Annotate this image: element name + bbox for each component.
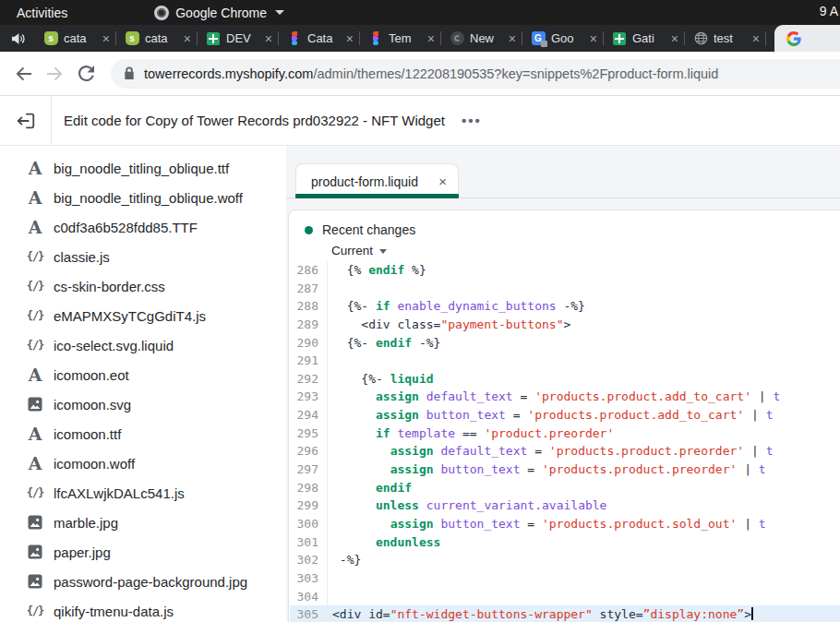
dark-circle-favicon (450, 31, 464, 45)
close-tab-icon[interactable]: × (346, 32, 354, 45)
file-item[interactable]: {/}qikify-tmenu-data.js (0, 596, 260, 622)
browser-tab-tem[interactable]: Tem× (360, 25, 441, 52)
page-header: Edit code for Copy of Tower Records prd0… (0, 96, 840, 146)
code-line-299[interactable]: 299 unless current_variant.available (290, 496, 840, 515)
text-cursor (751, 607, 753, 620)
code-line-303[interactable]: 303 (290, 569, 840, 588)
close-tab-icon[interactable]: × (427, 32, 435, 45)
file-name: eMAPMXSyTCgGdiT4.js (54, 308, 206, 324)
code-line-content: {%- endif -%} (328, 334, 440, 353)
code-line-290[interactable]: 290 {%- endif -%} (290, 334, 840, 353)
code-line-301[interactable]: 301 endunless (290, 533, 840, 552)
file-name: lfcAXLwjkDALc541.js (54, 485, 185, 501)
code-line-291[interactable]: 291 (290, 352, 840, 370)
browser-tab-cata[interactable]: Cata× (279, 25, 360, 52)
exit-code-editor-button[interactable] (0, 96, 52, 146)
close-tab-icon[interactable]: × (590, 32, 597, 45)
code-line-293[interactable]: 293 assign default_text = 'products.prod… (290, 388, 840, 406)
more-actions-button[interactable]: ••• (462, 113, 482, 128)
line-number: 298 (290, 479, 328, 497)
browser-tab-goo[interactable]: GGoo× (522, 25, 604, 52)
line-number: 287 (290, 280, 328, 298)
code-line-292[interactable]: 292 {%- liquid (290, 370, 840, 389)
code-line-287[interactable]: 287 (290, 280, 840, 298)
recent-changes-label: Recent changes (322, 222, 415, 237)
browser-tab-label: Cata (307, 31, 341, 45)
file-item[interactable]: {/}lfcAXLwjkDALc541.js (0, 478, 260, 508)
browser-tab-label: Goo (551, 31, 584, 45)
activities-button[interactable]: Activities (11, 4, 73, 22)
lock-icon[interactable] (124, 66, 135, 80)
chevron-down-icon (275, 10, 284, 15)
file-item[interactable]: {/}ico-select.svg.liquid (0, 330, 260, 360)
browser-tab-dev[interactable]: DEV× (198, 25, 279, 52)
app-menu[interactable]: Google Chrome (154, 6, 284, 20)
code-line-288[interactable]: 288 {%- if enable_dynamic_buttons -%} (290, 297, 840, 316)
file-item[interactable]: Ac0df3a6b528fdd85.TTF (0, 212, 260, 242)
version-dropdown[interactable]: Current (331, 244, 840, 257)
file-item[interactable]: Abig_noodle_titling_oblique.woff (0, 183, 260, 212)
file-item[interactable]: {/}cs-skin-border.css (0, 271, 260, 301)
code-line-294[interactable]: 294 assign button_text = 'products.produ… (290, 406, 840, 425)
code-line-289[interactable]: 289 <div class="payment-buttons"> (290, 316, 840, 334)
file-item[interactable]: Abig_noodle_titling_oblique.ttf (0, 153, 260, 183)
chrome-icon (154, 6, 169, 20)
code-line-297[interactable]: 297 assign button_text = 'products.produ… (290, 461, 840, 479)
close-tab-icon[interactable]: × (265, 32, 272, 45)
back-button[interactable] (7, 58, 39, 90)
close-tab-icon[interactable]: × (752, 32, 760, 45)
browser-tab-test[interactable]: test× (685, 25, 766, 52)
url-path: /admin/themes/122208190535?key=snippets%… (313, 66, 718, 81)
browser-tab-gati[interactable]: Gati× (604, 25, 685, 52)
code-file-icon: {/} (27, 486, 44, 499)
close-tab-icon[interactable]: × (184, 32, 191, 45)
file-item[interactable]: marble.jpg (0, 508, 260, 537)
browser-tab-label: New (470, 31, 503, 45)
file-item[interactable]: password-page-background.jpg (0, 567, 260, 596)
code-line-295[interactable]: 295 if template == 'product.preorder' (290, 425, 840, 443)
file-item[interactable]: Aicomoon.ttf (0, 419, 260, 449)
file-item[interactable]: Aicomoon.eot (0, 360, 260, 389)
close-tab-icon[interactable]: × (102, 32, 110, 45)
line-number: 295 (290, 425, 328, 443)
address-bar[interactable]: towerrecords.myshopify.com/admin/themes/… (111, 59, 840, 89)
code-line-286[interactable]: 286 {% endif %} (290, 261, 840, 280)
code-editor[interactable]: 286 {% endif %}287288 {%- if enable_dyna… (290, 261, 840, 622)
tab-audio-speaker-icon[interactable] (0, 25, 35, 52)
browser-tab-label: DEV (226, 31, 259, 45)
line-number: 304 (290, 588, 328, 606)
browser-tab-cata[interactable]: scata× (116, 25, 198, 52)
file-item[interactable]: paper.jpg (0, 537, 260, 567)
browser-tab-cata[interactable]: scata× (35, 25, 116, 52)
line-number: 293 (290, 388, 328, 406)
app-menu-label: Google Chrome (175, 6, 267, 20)
code-line-305[interactable]: 305<div id="nft-widget-buttons-wrapper" … (290, 605, 840, 622)
code-line-content: {%- liquid (328, 370, 434, 389)
code-line-296[interactable]: 296 assign default_text = 'products.prod… (290, 442, 840, 461)
font-file-icon: A (29, 218, 42, 236)
reload-button[interactable] (70, 58, 102, 90)
file-item[interactable]: {/}classie.js (0, 242, 260, 271)
code-file-icon: {/} (27, 280, 44, 293)
file-name: qikify-tmenu-data.js (54, 604, 174, 619)
close-tab-icon[interactable]: × (438, 173, 447, 189)
code-line-content: assign button_text = 'products.product.p… (328, 461, 766, 479)
file-item[interactable]: {/}eMAPMXSyTCgGdiT4.js (0, 301, 260, 330)
browser-tab-new[interactable]: New× (441, 25, 522, 52)
version-dropdown-label: Current (331, 244, 373, 257)
browser-tab-active-partial[interactable] (774, 25, 840, 52)
close-tab-icon[interactable]: × (509, 32, 516, 45)
line-number: 286 (290, 261, 328, 280)
file-item-partial[interactable]: A (0, 146, 260, 153)
file-item[interactable]: icomoon.svg (0, 389, 260, 419)
close-tab-icon[interactable]: × (671, 32, 678, 45)
file-item[interactable]: Aicomoon.woff (0, 449, 260, 478)
code-line-302[interactable]: 302 -%} (290, 551, 840, 569)
file-name: icomoon.ttf (54, 426, 121, 442)
code-line-304[interactable]: 304 (290, 588, 840, 606)
code-line-300[interactable]: 300 assign button_text = 'products.produ… (290, 515, 840, 533)
chevron-down-icon (379, 249, 387, 254)
code-line-298[interactable]: 298 endif (290, 479, 840, 497)
forward-button[interactable] (39, 58, 70, 90)
line-number: 290 (290, 334, 328, 353)
